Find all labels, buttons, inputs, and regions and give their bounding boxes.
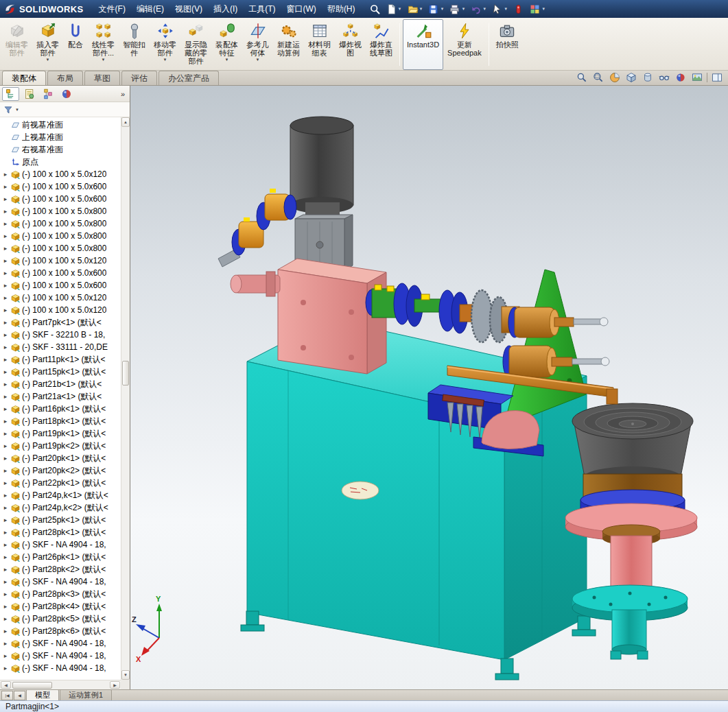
- graphics-viewport[interactable]: Y Z X: [130, 86, 728, 689]
- expander-icon[interactable]: ▸: [2, 171, 9, 178]
- expander-icon[interactable]: ▸: [2, 492, 9, 499]
- tree-item[interactable]: ▸(-) 100 x 100 x 5.0x600: [0, 279, 121, 292]
- tree-item[interactable]: ▸(-) Part18pk<1> (默认<: [0, 415, 121, 427]
- dropdown-caret-icon[interactable]: ▼: [46, 58, 50, 62]
- dropdown-caret-icon[interactable]: ▼: [419, 7, 423, 11]
- display-pane-button[interactable]: ▼: [528, 3, 547, 16]
- configurationmanager-tab[interactable]: [39, 87, 56, 101]
- open-button[interactable]: ▼: [406, 3, 425, 16]
- scene-button[interactable]: [690, 71, 704, 84]
- pane-button[interactable]: [710, 71, 724, 84]
- expander-icon[interactable]: ▸: [2, 455, 9, 462]
- dropdown-caret-icon[interactable]: ▼: [163, 58, 167, 62]
- ribbon-button-update-speedpak[interactable]: 更新 Speedpak: [443, 19, 486, 70]
- tree-item[interactable]: ▸(-) Part28pk<6> (默认<: [0, 625, 121, 637]
- menu-item-1[interactable]: 编辑(E): [131, 0, 169, 19]
- tree-item[interactable]: ▸(-) SKF - NA 4904 - 18,: [0, 637, 121, 650]
- tree-item[interactable]: ▸(-) 100 x 100 x 5.0x800: [0, 217, 121, 230]
- expander-icon[interactable]: ▸: [2, 183, 9, 190]
- ribbon-button-reference-geometry[interactable]: 参考几 何体▼: [242, 19, 273, 70]
- tree-item[interactable]: ▸(-) Part28pk<5> (默认<: [0, 613, 121, 625]
- expander-icon[interactable]: ▸: [2, 529, 9, 536]
- dropdown-caret-icon[interactable]: ▼: [398, 7, 402, 11]
- ribbon-button-show-hidden-components[interactable]: 显示隐 藏的零 部件: [180, 19, 211, 70]
- display-style-button[interactable]: [641, 71, 655, 84]
- expander-icon[interactable]: ▸: [2, 467, 9, 474]
- menu-item-3[interactable]: 插入(I): [208, 0, 243, 19]
- tree-item[interactable]: ▸(-) SKF - NA 4904 - 18,: [0, 650, 121, 662]
- tree-item[interactable]: 上视基准面: [0, 131, 121, 143]
- menu-item-2[interactable]: 视图(V): [169, 0, 208, 19]
- scroll-left-icon[interactable]: ◀: [1, 681, 11, 689]
- scroll-up-icon[interactable]: ▲: [121, 117, 130, 127]
- expander-icon[interactable]: ▸: [2, 504, 9, 511]
- dropdown-caret-icon[interactable]: ▼: [225, 58, 229, 62]
- vertical-scroll-thumb[interactable]: [122, 361, 129, 385]
- tab-evaluate[interactable]: 评估: [121, 71, 157, 85]
- tree-item[interactable]: ▸(-) Part11pk<1> (默认<: [0, 353, 121, 366]
- expander-icon[interactable]: ▸: [2, 245, 9, 252]
- expander-icon[interactable]: ▸: [2, 541, 9, 548]
- tree-item[interactable]: ▸(-) 100 x 100 x 5.0x120: [0, 254, 121, 267]
- ribbon-button-explode-line-sketch[interactable]: 爆炸直 线草图: [366, 19, 397, 70]
- filter-caret-icon[interactable]: ▼: [15, 108, 19, 112]
- propertymanager-tab[interactable]: [21, 87, 38, 101]
- expander-icon[interactable]: ▸: [2, 615, 9, 622]
- dropdown-caret-icon[interactable]: ▼: [482, 7, 486, 11]
- tree-item[interactable]: ▸(-) Part20pk<1> (默认<: [0, 452, 121, 464]
- tab-scroll-left-button[interactable]: ◀: [14, 691, 25, 700]
- hide-show-button[interactable]: [657, 71, 671, 84]
- tab-layout[interactable]: 布局: [47, 71, 83, 85]
- expander-icon[interactable]: ▸: [2, 331, 9, 338]
- expander-icon[interactable]: ▸: [2, 479, 9, 486]
- tree-item[interactable]: ▸(-) 100 x 100 x 5.0x800: [0, 242, 121, 254]
- ribbon-button-take-snapshot[interactable]: 拍快照: [492, 19, 523, 70]
- menu-item-4[interactable]: 工具(T): [243, 0, 281, 19]
- menu-item-6[interactable]: 帮助(H): [322, 0, 361, 19]
- section-view-button[interactable]: [608, 71, 622, 84]
- tree-item[interactable]: ▸(-) Part7pk<1> (默认<: [0, 316, 121, 329]
- expander-icon[interactable]: ▸: [2, 257, 9, 264]
- expander-icon[interactable]: ▸: [2, 344, 9, 351]
- dropdown-caret-icon[interactable]: ▼: [102, 58, 106, 62]
- model-left-coupling[interactable]: [218, 189, 296, 267]
- expander-icon[interactable]: ▸: [2, 442, 9, 449]
- ribbon-button-linear-component-pattern[interactable]: 线性零 部件...▼: [88, 19, 119, 70]
- tree-item[interactable]: ▸(-) 100 x 100 x 5.0x600: [0, 267, 121, 279]
- expander-icon[interactable]: ▸: [2, 628, 9, 634]
- featuremanager-tab[interactable]: [2, 87, 19, 101]
- expander-icon[interactable]: ▸: [2, 640, 9, 647]
- save-button[interactable]: ▼: [426, 3, 445, 16]
- tree-item[interactable]: ▸(-) Part24p,k<2> (默认<: [0, 501, 121, 514]
- displaymanager-tab[interactable]: [58, 87, 75, 101]
- ribbon-button-insert-component[interactable]: 插入零 部件▼: [32, 19, 63, 70]
- tree-item[interactable]: ▸(-) Part26pk<1> (默认<: [0, 551, 121, 563]
- undo-button[interactable]: ▼: [469, 3, 488, 16]
- tree-item[interactable]: ▸(-) 100 x 100 x 5.0x600: [0, 180, 121, 193]
- tree-item[interactable]: ▸(-) 100 x 100 x 5.0x800: [0, 205, 121, 217]
- expander-icon[interactable]: ▸: [2, 356, 9, 363]
- document-tab-1[interactable]: 运动算例1: [60, 689, 112, 700]
- tree-vertical-scrollbar[interactable]: ▲ ▼: [121, 117, 130, 680]
- tree-item[interactable]: ▸(-) Part28pk<2> (默认<: [0, 563, 121, 575]
- ribbon-button-new-motion-study[interactable]: 新建运 动算例: [273, 19, 304, 70]
- menu-item-0[interactable]: 文件(F): [93, 0, 131, 19]
- tree-item[interactable]: ▸(-) 100 x 100 x 5.0x600: [0, 193, 121, 205]
- filter-icon[interactable]: [3, 105, 13, 115]
- dropdown-caret-icon[interactable]: ▼: [256, 58, 260, 62]
- expander-icon[interactable]: ▸: [2, 381, 9, 388]
- ribbon-button-move-component[interactable]: 移动零 部件▼: [150, 19, 180, 70]
- expander-icon[interactable]: ▸: [2, 393, 9, 400]
- model-input-shaft[interactable]: [231, 272, 280, 296]
- scroll-down-icon[interactable]: ▼: [121, 670, 130, 680]
- expander-icon[interactable]: ▸: [2, 220, 9, 227]
- expander-icon[interactable]: ▸: [2, 591, 9, 597]
- edit-appearance-button[interactable]: [674, 71, 688, 84]
- zoom-fit-button[interactable]: [575, 71, 589, 84]
- search-button[interactable]: [368, 3, 382, 16]
- tree-item[interactable]: ▸(-) SKF - NA 4904 - 18,: [0, 538, 121, 551]
- dropdown-caret-icon[interactable]: ▼: [461, 7, 465, 11]
- expander-icon[interactable]: ▸: [2, 430, 9, 437]
- zoom-area-button[interactable]: [591, 71, 605, 84]
- model-gearbox[interactable]: [278, 259, 386, 374]
